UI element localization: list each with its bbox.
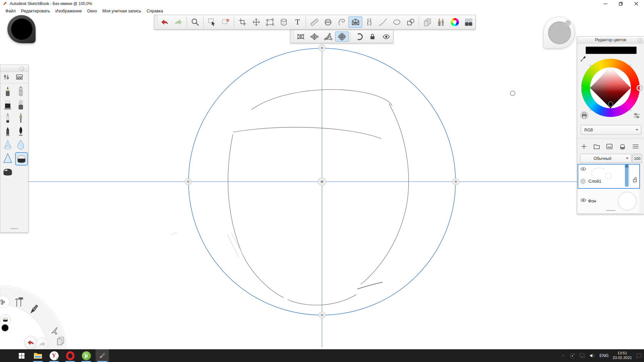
brush-broad-eraser[interactable] <box>2 166 14 178</box>
lagoon-redo-button[interactable] <box>36 338 49 350</box>
color-editor-header[interactable]: Редактор цветов <box>577 37 644 44</box>
menu-edit[interactable]: Редактировать <box>18 8 53 14</box>
tray-network-icon[interactable] <box>579 353 585 358</box>
start-button[interactable] <box>15 349 28 362</box>
background-thumbnail[interactable] <box>618 192 637 210</box>
menu-account[interactable]: Моя учетная запись <box>100 8 144 14</box>
distort-tool[interactable] <box>263 16 277 28</box>
canvas[interactable] <box>0 0 644 362</box>
three-point-perspective-button[interactable] <box>321 32 335 42</box>
selection-tool[interactable] <box>205 16 219 28</box>
taskbar-yandex-browser[interactable]: Y β <box>47 349 61 362</box>
ellipse-guide-overlay[interactable] <box>28 48 577 347</box>
color-mode-dropdown[interactable]: RGB <box>581 125 641 135</box>
text-tool[interactable]: T <box>290 16 304 28</box>
brush-water-blend[interactable] <box>15 138 27 151</box>
two-point-perspective-button[interactable] <box>308 32 321 42</box>
lock-button[interactable] <box>366 32 379 42</box>
brush-felt-pen[interactable] <box>2 125 14 138</box>
visibility-button[interactable] <box>379 32 393 42</box>
lagoon-undo-button[interactable] <box>24 336 38 349</box>
clear-layer-icon[interactable] <box>620 143 626 150</box>
symmetry-tool[interactable] <box>362 16 376 28</box>
taskbar-utorrent[interactable]: µ <box>79 349 93 362</box>
import-image-icon[interactable] <box>606 143 613 149</box>
taskbar-opera[interactable] <box>63 349 77 362</box>
color-puck[interactable] <box>543 17 575 48</box>
perspective-toolbar-drag-handle[interactable] <box>290 30 294 43</box>
brush-marker[interactable] <box>2 99 14 111</box>
brush-puck[interactable] <box>7 15 36 43</box>
minimize-button[interactable] <box>598 0 613 7</box>
redo-button[interactable] <box>171 16 185 28</box>
perspective-tool[interactable] <box>348 16 362 28</box>
lagoon-cursor-icon[interactable] <box>50 325 60 335</box>
taskbar-file-explorer[interactable] <box>31 349 45 362</box>
fisheye-perspective-button[interactable] <box>335 32 349 42</box>
brush-sharp-triangle[interactable] <box>2 152 14 165</box>
lagoon-tools-icon[interactable] <box>14 296 25 308</box>
layer-flipbook-tool[interactable] <box>420 16 434 28</box>
layer-row-sloy1[interactable]: Слой1 <box>578 164 640 189</box>
brush-palette-header[interactable] <box>0 65 28 72</box>
color-editor-menu-dot[interactable] <box>638 38 642 43</box>
brush-library-panel-icon[interactable] <box>16 74 23 80</box>
layer-name[interactable]: Слой1 <box>588 179 601 184</box>
menu-help[interactable]: Справка <box>144 8 166 14</box>
background-layer-name[interactable]: Фон <box>588 198 596 203</box>
tray-clock[interactable]: 13:51 23.02.2021 <box>612 351 632 360</box>
restore-button[interactable] <box>613 0 629 7</box>
blend-mode-dropdown[interactable]: Обычный <box>580 154 632 163</box>
brush-ballpoint-pen[interactable] <box>2 112 14 124</box>
ruler-tool[interactable] <box>307 16 321 28</box>
action-center-icon[interactable] <box>636 353 642 359</box>
puck-secondary-dot[interactable] <box>565 20 571 26</box>
crop-tool[interactable] <box>235 16 249 28</box>
brush-chisel-marker[interactable] <box>15 99 27 111</box>
brush-airbrush[interactable] <box>15 85 27 98</box>
palette-resize-handle[interactable] <box>10 228 18 229</box>
undo-button[interactable] <box>158 16 171 28</box>
french-curve-tool[interactable] <box>335 16 348 28</box>
zoom-tool[interactable] <box>188 16 202 28</box>
shapes-tool[interactable] <box>404 16 417 28</box>
background-visibility-icon[interactable] <box>580 198 586 202</box>
palette-menu-dot[interactable] <box>19 66 24 71</box>
workspace-toggle[interactable] <box>462 16 475 28</box>
brush-settings-icon[interactable] <box>3 74 10 80</box>
taskbar-sketchbook[interactable] <box>96 349 109 362</box>
brush-pencil[interactable] <box>2 85 14 98</box>
color-sliders-icon[interactable] <box>633 112 640 119</box>
close-button[interactable] <box>629 0 644 7</box>
current-color-swatch[interactable] <box>586 47 637 54</box>
layer-opacity-field[interactable]: 100 <box>632 154 642 163</box>
deselect-tool[interactable] <box>219 16 232 28</box>
ellipse-tool[interactable] <box>390 16 404 28</box>
layer-group-icon[interactable] <box>593 143 600 149</box>
color-swatches-icon[interactable] <box>580 111 589 120</box>
layer-menu-icon[interactable] <box>632 144 639 149</box>
panel-resize-handle[interactable] <box>606 210 615 211</box>
tray-app-icon[interactable] <box>570 353 575 359</box>
brush-library-tool[interactable] <box>434 16 448 28</box>
layer-unlock-icon[interactable] <box>632 177 638 183</box>
menu-window[interactable]: Окно <box>85 8 100 14</box>
lagoon-eraser-button[interactable] <box>0 314 11 325</box>
add-layer-icon[interactable] <box>581 143 587 150</box>
brush-smudge-cone[interactable] <box>2 138 14 151</box>
tray-language[interactable]: ENG <box>599 353 608 358</box>
menu-file[interactable]: Файл <box>3 8 18 14</box>
layers-scrollbar[interactable] <box>625 165 629 187</box>
brush-hard-eraser[interactable] <box>15 152 28 166</box>
layer-color-label[interactable] <box>580 179 586 184</box>
brush-paintbrush[interactable] <box>15 112 27 124</box>
lagoon-layers-icon[interactable] <box>55 336 66 347</box>
tray-volume-icon[interactable] <box>589 353 595 358</box>
value-selector[interactable] <box>608 102 613 107</box>
lagoon-brush-size-dot[interactable] <box>2 324 8 331</box>
layer-visibility-icon[interactable] <box>580 167 586 171</box>
menu-image[interactable]: Изображение <box>53 8 85 14</box>
brush-ink-quill[interactable] <box>15 125 27 138</box>
steady-stroke-tool[interactable] <box>376 16 390 28</box>
transform-tool[interactable] <box>249 16 263 28</box>
